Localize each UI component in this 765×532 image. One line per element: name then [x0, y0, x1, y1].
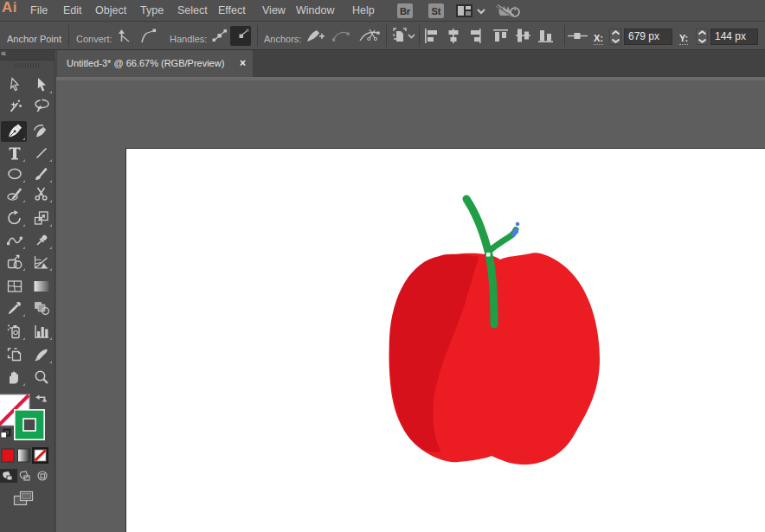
- svg-text:St: St: [432, 6, 441, 16]
- svg-text:Br: Br: [400, 6, 411, 16]
